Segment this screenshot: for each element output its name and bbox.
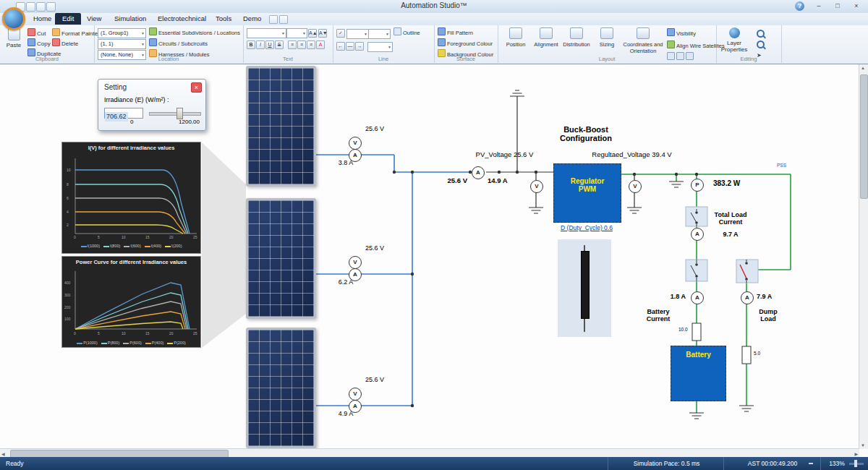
vertical-scroll-thumb[interactable] (860, 74, 868, 199)
tab-electrotechnical[interactable]: Electrotechnical (150, 13, 213, 25)
line-style-dropdown[interactable] (346, 29, 369, 39)
arrow-end-button[interactable]: → (355, 42, 364, 51)
group-title: Editing (716, 56, 781, 62)
sizing-button[interactable]: Sizing (592, 27, 622, 48)
delete-button[interactable]: Delete (52, 38, 78, 48)
help-button[interactable]: ? (795, 1, 804, 11)
scroll-left-icon[interactable]: ◀ (1, 451, 5, 456)
wattmeter-load[interactable]: P (691, 179, 704, 192)
outline-checkbox[interactable]: Outline (393, 27, 420, 37)
format-painter-button[interactable]: Format Painter (52, 28, 100, 38)
strikethrough-button[interactable]: S (275, 40, 284, 49)
font-size-dropdown[interactable] (286, 28, 307, 38)
schematic-canvas[interactable]: Setting × Irradiance (E) (W/m²) : 706.62… (0, 64, 868, 458)
tab-simulation[interactable]: Simulation (107, 13, 153, 25)
close-button[interactable]: × (849, 1, 864, 12)
vertical-scrollbar[interactable]: ▲ ▼ (859, 64, 868, 449)
svg-text:0: 0 (74, 235, 76, 239)
cut-button[interactable]: Cut (27, 28, 46, 38)
zoom-slider-handle[interactable] (854, 460, 857, 467)
duty-slider-handle[interactable] (581, 251, 590, 319)
maximize-button[interactable]: □ (830, 1, 845, 12)
irradiance-label: Irradiance (E) (W/m²) : (104, 96, 169, 103)
irradiance-slider-handle[interactable] (176, 108, 183, 119)
duty-cycle-link[interactable]: D (Duty_Cycle) 0.6 (548, 224, 626, 231)
solar-panel-2[interactable] (246, 198, 316, 319)
distribution-button[interactable]: Distribution (561, 27, 592, 48)
setting-dialog[interactable]: Setting × Irradiance (E) (W/m²) : 706.62… (98, 79, 206, 131)
scroll-down-icon[interactable]: ▼ (861, 443, 865, 448)
location-dropdown-2[interactable]: (1, 1) (98, 39, 146, 49)
fill-pattern-button[interactable]: Fill Pattern (438, 27, 473, 37)
dialog-close-button[interactable]: × (191, 82, 202, 93)
shrink-font-button[interactable]: A▼ (318, 29, 327, 38)
arrow-start-button[interactable]: ← (336, 42, 345, 51)
irradiance-slider-track[interactable] (149, 112, 201, 116)
underline-button[interactable]: U (265, 40, 274, 49)
copy-button[interactable]: Copy (27, 38, 51, 48)
voltmeter-panel1[interactable]: V (349, 137, 362, 150)
bold-button[interactable]: B (247, 40, 255, 49)
foreground-colour-button[interactable]: Foreground Colour (438, 38, 493, 48)
grow-font-button[interactable]: A▲ (308, 29, 317, 38)
line-width-dropdown[interactable] (368, 29, 391, 39)
ammeter-total-load[interactable]: A (691, 228, 704, 241)
align-left-icon[interactable]: ≡ (288, 40, 297, 49)
duty-cycle-slider-panel[interactable] (558, 239, 611, 337)
quick-tool-icon[interactable] (269, 15, 278, 24)
italic-button[interactable]: I (256, 40, 265, 49)
ammeter-panel3[interactable]: A (349, 400, 362, 413)
tab-edit[interactable]: Edit (55, 13, 81, 25)
tab-home[interactable]: Home (26, 13, 59, 25)
tab-view[interactable]: View (80, 13, 109, 25)
title-bar: Automation Studio™ ? – □ × (0, 0, 868, 14)
scroll-right-icon[interactable]: ▶ (854, 451, 858, 456)
quick-tool-icon[interactable] (279, 15, 288, 24)
ammeter-panel1[interactable]: A (349, 149, 362, 162)
location-dropdown-1[interactable]: (1, Group1) (98, 28, 146, 38)
voltmeter-panel3[interactable]: V (349, 388, 362, 401)
scroll-up-icon[interactable]: ▲ (861, 66, 865, 70)
regulator-label: Regulator PWM (554, 177, 621, 193)
solar-panel-1[interactable] (246, 66, 316, 187)
app-logo-icon[interactable] (2, 7, 25, 30)
zoom-out-icon[interactable] (809, 463, 813, 464)
voltmeter-regulated[interactable]: V (629, 180, 642, 193)
tab-demo[interactable]: Demo (236, 13, 268, 25)
layer-properties-button[interactable]: Layer Properties (720, 27, 749, 53)
status-bar: Ready AST 00:00:49.200 Simulation Pace: … (0, 457, 868, 470)
group-title: Surface (434, 56, 498, 62)
foreground-colour-icon (438, 38, 446, 46)
svg-text:0: 0 (74, 331, 76, 336)
voltmeter-panel2[interactable]: V (349, 256, 362, 269)
line-color-icon[interactable]: ✓ (336, 29, 345, 38)
ammeter-panel2[interactable]: A (349, 268, 362, 281)
zoom-out-tool[interactable] (757, 40, 765, 49)
ammeter-battery[interactable]: A (691, 291, 704, 304)
tab-tools[interactable]: Tools (208, 13, 239, 25)
dump-resistor[interactable] (742, 346, 751, 364)
irradiance-input[interactable]: 706.62 (104, 108, 143, 119)
position-button[interactable]: Position (501, 27, 531, 48)
minimize-button[interactable]: – (812, 1, 826, 12)
font-family-dropdown[interactable] (247, 28, 286, 38)
visibility-button[interactable]: Visibility (667, 28, 696, 38)
paste-button[interactable]: Paste (2, 28, 25, 48)
solar-panel-3[interactable] (246, 328, 316, 448)
regulator-pwm-block[interactable]: Regulator PWM (553, 163, 621, 223)
alignment-button[interactable]: Alignment (531, 27, 561, 48)
align-right-icon[interactable]: ≡ (307, 40, 315, 49)
arrow-none-button[interactable]: — (346, 42, 354, 51)
battery-block[interactable]: Battery (671, 346, 726, 401)
voltmeter-pv[interactable]: V (530, 180, 543, 193)
ammeter-bus[interactable]: A (472, 166, 485, 179)
circuits-subcircuits-option[interactable]: Circuits / Subcircuits (149, 38, 208, 48)
zoom-in-tool[interactable] (757, 29, 765, 38)
align-center-icon[interactable]: ≡ (297, 40, 306, 49)
coordinates-button[interactable]: Coordinates and Orientation (622, 27, 664, 54)
font-color-icon[interactable]: A (316, 40, 325, 49)
essential-subdivisions-option[interactable]: Essential Subdivisions / Locations (149, 27, 240, 37)
ammeter-dump[interactable]: A (741, 291, 754, 304)
battery-resistor[interactable] (692, 323, 701, 341)
arrow-style-dropdown[interactable] (367, 42, 393, 52)
